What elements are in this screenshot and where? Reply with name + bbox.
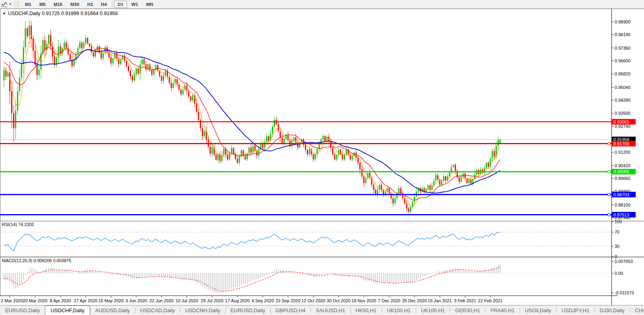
timeframe-button-w1[interactable]: W1 xyxy=(128,1,142,8)
hline-handle[interactable] xyxy=(608,170,610,173)
svg-text:70: 70 xyxy=(615,230,619,234)
svg-text:0.88703: 0.88703 xyxy=(613,192,629,197)
chart-tab-ger30-h1[interactable]: GER30,H1 xyxy=(450,306,485,315)
chart-tab-eurusd-daily[interactable]: EURUSD,Daily xyxy=(226,306,270,315)
chart-tab-uk100-h1[interactable]: UK100,H1 xyxy=(416,306,450,315)
chart-tab-xauusd-h1[interactable]: XAUUSD,H1 xyxy=(310,306,350,315)
chevron-down-icon[interactable]: ▼ xyxy=(9,2,12,6)
date-tick-label: 15 Jan 2021 xyxy=(428,298,452,303)
chart-tab-eurusd-daily[interactable]: EURUSD,Daily xyxy=(0,306,45,315)
svg-text:0.94280: 0.94280 xyxy=(615,98,631,102)
svg-text:0.98140: 0.98140 xyxy=(615,32,631,37)
hline-handle[interactable] xyxy=(608,193,610,196)
svg-text:0.90055: 0.90055 xyxy=(613,169,629,174)
svg-text:0.96600: 0.96600 xyxy=(615,58,631,63)
timeframe-button-h1[interactable]: H1 xyxy=(84,1,97,8)
date-tick-label: 25 Dec 2020 xyxy=(402,298,427,303)
rsi-value: 74.2202 xyxy=(18,222,34,227)
date-tick-label: 15 May 2020 xyxy=(98,298,124,303)
chart-tab-usoil-daily[interactable]: USOil,Daily xyxy=(520,306,556,315)
chart-title: ▼USDCHF,Daily 0.91725 0.91999 0.91664 0.… xyxy=(2,11,118,16)
svg-text:0.88100: 0.88100 xyxy=(615,203,631,207)
macd-values: 0.006206 0.003875 xyxy=(33,258,71,263)
timeframe-button-d1[interactable]: D1 xyxy=(114,1,127,8)
date-tick-label: 23 Sep 2020 xyxy=(276,298,300,303)
panel-frames xyxy=(0,9,644,305)
svg-text:30: 30 xyxy=(615,244,619,249)
timeframe-button-mn[interactable]: MN xyxy=(143,1,157,8)
timeframe-button-m1[interactable]: M1 xyxy=(21,1,35,8)
chart-symbol-label: USDCHF,Daily xyxy=(8,11,40,16)
date-tick-label: 7 Dec 2020 xyxy=(378,298,400,303)
date-tick-label: 17 Aug 2020 xyxy=(225,298,250,303)
date-tick-label: 22 Jun 2020 xyxy=(150,298,174,303)
hline-handle[interactable] xyxy=(608,143,610,145)
svg-text:0.00: 0.00 xyxy=(615,271,623,276)
timeframe-buttons: M1M5M15M30H1H4D1W1MN xyxy=(21,1,157,8)
svg-text:0.89660: 0.89660 xyxy=(615,176,631,181)
mt4-terminal: ▼ M1M5M15M30H1H4D1W1MN 0.989000.981400.9… xyxy=(0,0,644,315)
svg-text:0.93001: 0.93001 xyxy=(613,120,629,124)
date-tick-label: 27 Apr 2020 xyxy=(74,298,97,303)
date-tick-label: 30 Oct 2020 xyxy=(327,298,351,303)
chart-tab-fra40-h1[interactable]: FRA40,H1 xyxy=(485,306,520,315)
svg-text:0.93500: 0.93500 xyxy=(615,111,631,116)
date-tick-label: 8 Apr 2020 xyxy=(50,298,71,303)
ma-line-5 xyxy=(4,35,500,207)
chart-tab-audusd-daily[interactable]: AUDUSD,Daily xyxy=(90,306,135,315)
mini-chart-icon xyxy=(1,2,8,7)
date-tick-label: 20 Mar 2020 xyxy=(23,298,48,303)
macd-signal-line xyxy=(4,267,500,291)
svg-text:0.91709: 0.91709 xyxy=(613,141,629,146)
horizontal-lines[interactable] xyxy=(0,122,611,216)
svg-text:0.90420: 0.90420 xyxy=(615,163,631,168)
rsi-indicator-label: RSI(14) 74.2202 xyxy=(2,222,34,227)
svg-text:-0.011573: -0.011573 xyxy=(615,290,634,295)
timeframe-button-m15[interactable]: M15 xyxy=(50,1,66,8)
svg-text:0.87513: 0.87513 xyxy=(613,213,629,217)
svg-text:0.91200: 0.91200 xyxy=(615,150,631,155)
svg-text:0: 0 xyxy=(615,254,617,259)
chart-tab-hk50-h1[interactable]: HK50,H1 xyxy=(351,306,382,315)
chart-tab-usdjpy-h1[interactable]: USDJPY,H1 xyxy=(556,306,594,315)
chart-tab-usdcnh-daily[interactable]: USDCNH,Daily xyxy=(180,306,225,315)
chart-tab-usdcad-daily[interactable]: USDCAD,Daily xyxy=(135,306,180,315)
timeframe-button-h4[interactable]: H4 xyxy=(97,1,110,8)
rsi-name: RSI(14) xyxy=(2,222,17,227)
hline-handle[interactable] xyxy=(608,214,610,216)
date-tick-label: 22 Feb 2021 xyxy=(478,298,503,303)
svg-text:0.98900: 0.98900 xyxy=(615,19,631,24)
chart-canvas[interactable]: 0.989000.981400.973600.966000.958200.950… xyxy=(0,9,644,305)
toolbar-separator xyxy=(112,1,112,8)
date-tick-label: 3 Feb 2021 xyxy=(454,298,476,303)
svg-text:100: 100 xyxy=(615,219,622,224)
chart-tab-usdchf-daily[interactable]: USDCHF,Daily xyxy=(45,305,90,315)
timeframe-button-m30[interactable]: M30 xyxy=(67,1,83,8)
svg-text:0.95820: 0.95820 xyxy=(615,72,631,76)
date-tick-label: 12 Oct 2020 xyxy=(301,298,325,303)
chart-tab-china300-h1[interactable]: CHINA300,H1 xyxy=(630,306,644,315)
svg-text:0.007053: 0.007053 xyxy=(615,259,633,264)
toolbar-drag-handle[interactable] xyxy=(17,1,19,7)
date-tick-label: 18 Nov 2020 xyxy=(351,298,376,303)
timeframe-button-m5[interactable]: M5 xyxy=(36,1,49,8)
candlestick-series xyxy=(4,20,501,214)
tab-bar: EURUSD,DailyUSDCHF,DailyAUDUSD,DailyUSDC… xyxy=(0,305,644,315)
date-tick-label: 4 Sep 2020 xyxy=(252,298,274,303)
date-tick-label: 3 Jun 2020 xyxy=(125,298,147,303)
date-tick-label: 10 Jul 2020 xyxy=(175,298,198,303)
chart-ohlc-values: 0.91725 0.91999 0.91664 0.91958 xyxy=(42,11,118,16)
collapse-triangle-icon[interactable]: ▼ xyxy=(2,12,6,15)
chart-tab-dj30-daily[interactable]: DJ30,Daily xyxy=(594,306,630,315)
chart-tab-gbpusd-h4[interactable]: GBPUSD,H4 xyxy=(270,306,310,315)
rsi-line xyxy=(4,232,500,251)
svg-text:0.95040: 0.95040 xyxy=(615,85,631,90)
toolbar-separator xyxy=(15,1,15,8)
chart-tab-uk100-h1[interactable]: UK100,H1 xyxy=(382,306,416,315)
timeframe-toolbar: ▼ M1M5M15M30H1H4D1W1MN xyxy=(0,0,644,9)
chart-mode-icon[interactable]: ▼ xyxy=(0,0,13,8)
date-axis[interactable]: 2 Mar 202020 Mar 20208 Apr 202027 Apr 20… xyxy=(1,296,503,303)
macd-name: MACD(12,26,9) xyxy=(2,258,32,263)
rsi-panel xyxy=(0,232,611,251)
price-axis[interactable]: 0.989000.981400.973600.966000.958200.950… xyxy=(612,19,636,295)
